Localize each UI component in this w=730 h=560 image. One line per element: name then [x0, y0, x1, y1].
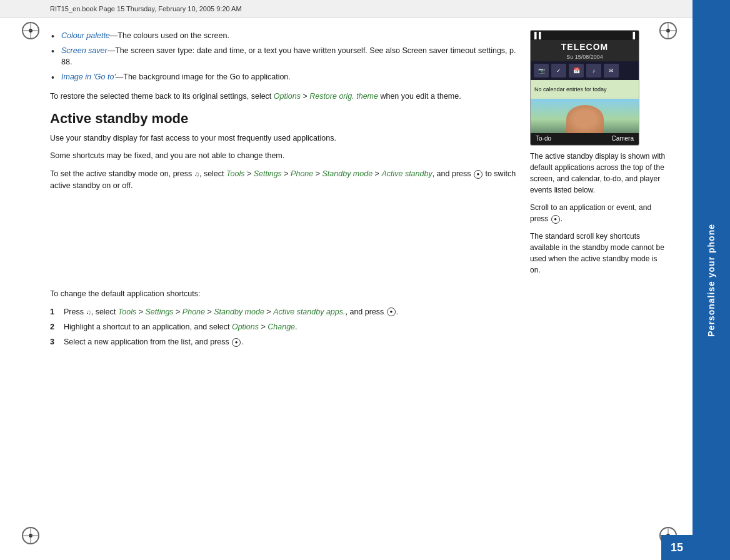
sep3: > [313, 169, 322, 178]
link-options-restore[interactable]: Options [274, 92, 301, 101]
right-sidebar: Personalise your phone [692, 0, 730, 560]
phone-bottom-left: To-do [536, 135, 551, 142]
change-shortcuts-section: To change the default application shortc… [50, 288, 668, 351]
phone-screenshot: ▌▌ ▐ TELECOM Su 15/08/2004 📷 ✓ 📅 ♪ ✉ [530, 30, 639, 146]
link-screen-saver[interactable]: Screen saver [61, 46, 108, 55]
scroll-period: . [561, 214, 562, 223]
list-item: Screen saver—The screen saver type: date… [50, 45, 518, 68]
phone-status-bar: ▌▌ ▐ [531, 31, 639, 40]
link-restore-orig[interactable]: Restore orig. theme [309, 92, 378, 101]
section-heading: Active standby mode [50, 111, 518, 127]
bullet-text-2: —The screen saver type: date and time, o… [61, 46, 516, 66]
set-active-text1: To set the active standby mode on, press [50, 169, 194, 178]
phone-calendar-message: No calendar entries for today [531, 80, 639, 99]
link-colour-palette[interactable]: Colour palette [61, 31, 110, 40]
menu-key-step1: ♫ [86, 308, 91, 318]
phone-app-icon-5: ✉ [604, 64, 619, 78]
sidebar-label: Personalise your phone [706, 224, 716, 337]
bullet-text-3: —The background image for the Go to appl… [116, 72, 291, 81]
main-content: Colour palette—The colours used on the s… [0, 18, 692, 560]
list-item-step2: 2 Highlight a shortcut to an application… [50, 321, 668, 332]
right-col-text3: The standard scroll key shortcuts availa… [530, 231, 668, 276]
step-number-1: 1 [50, 306, 59, 318]
step1-link-apps[interactable]: Active standby apps. [273, 308, 345, 316]
circle-btn-step1: ● [387, 308, 396, 316]
phone-app-icon-4: ♪ [586, 64, 601, 78]
circle-button-scroll-icon: ● [551, 215, 560, 224]
phone-battery-icon: ▐ [631, 32, 635, 39]
step2-link-options[interactable]: Options [232, 322, 259, 331]
steps-list: 1 Press ♫, select Tools > Settings > Pho… [50, 306, 668, 348]
link-settings[interactable]: Settings [254, 169, 282, 178]
section-para1: Use your standby display for fast access… [50, 132, 518, 144]
step1-link-settings[interactable]: Settings [145, 308, 173, 316]
top-section: Colour palette—The colours used on the s… [50, 30, 668, 282]
change-heading: To change the default application shortc… [50, 288, 668, 300]
sep2: > [282, 169, 291, 178]
step1-text: Press ♫, select Tools > Settings > Phone… [64, 306, 398, 318]
phone-icons-row: 📷 ✓ 📅 ♪ ✉ [531, 61, 639, 80]
link-image-go-to[interactable]: Image in 'Go to' [61, 72, 116, 81]
step1-link-tools[interactable]: Tools [118, 308, 136, 316]
list-item-step3: 3 Select a new application from the list… [50, 336, 668, 348]
set-active-paragraph: To set the active standby mode on, press… [50, 168, 518, 192]
list-item-step1: 1 Press ♫, select Tools > Settings > Pho… [50, 306, 668, 318]
phone-date: Su 15/08/2004 [531, 54, 639, 61]
menu-key-icon: ♫ [194, 169, 199, 179]
right-col-text1: The active standby display is shown with… [530, 151, 668, 196]
phone-app-icon-2: ✓ [551, 64, 566, 78]
bullet-list: Colour palette—The colours used on the s… [50, 30, 518, 83]
link-standby-mode[interactable]: Standby mode [322, 169, 373, 178]
step-number-3: 3 [50, 336, 59, 348]
scroll-text: Scroll to an application or event, and p… [530, 203, 651, 223]
step3-text: Select a new application from the list, … [64, 336, 244, 348]
link-phone[interactable]: Phone [291, 169, 313, 178]
set-active-end: , and press [432, 169, 473, 178]
phone-bottom-right: Camera [611, 135, 634, 142]
step1-link-phone[interactable]: Phone [182, 308, 205, 316]
step2-link-change[interactable]: Change [268, 322, 295, 331]
step2-text: Highlight a shortcut to an application, … [64, 321, 298, 332]
phone-signal-icon: ▌▌ [534, 32, 543, 39]
sep4: > [372, 169, 381, 178]
step1-link-standby[interactable]: Standby mode [214, 308, 264, 316]
calendar-text: No calendar entries for today [534, 86, 607, 92]
circle-btn-step3: ● [232, 338, 241, 347]
left-column: Colour palette—The colours used on the s… [50, 30, 518, 282]
circle-button-icon: ● [474, 170, 482, 179]
section-para2: Some shortcuts may be fixed, and you are… [50, 150, 518, 162]
step-number-2: 2 [50, 321, 59, 332]
phone-bottom-bar: To-do Camera [531, 133, 639, 144]
list-item: Image in 'Go to'—The background image fo… [50, 71, 518, 82]
phone-photo-area [531, 99, 639, 133]
link-active-standby[interactable]: Active standby [381, 169, 432, 178]
operator-text: TELECOM [561, 42, 608, 52]
phone-app-icon-3: 📅 [569, 64, 584, 78]
right-column: ▌▌ ▐ TELECOM Su 15/08/2004 📷 ✓ 📅 ♪ ✉ [530, 30, 668, 282]
bullet-text-1: —The colours used on the screen. [110, 31, 229, 40]
set-active-text2: , select [199, 169, 226, 178]
restore-end: when you edit a theme. [378, 92, 461, 101]
file-info: RIT15_en.book Page 15 Thursday, February… [50, 5, 242, 12]
restore-paragraph: To restore the selected theme back to it… [50, 91, 518, 102]
list-item: Colour palette—The colours used on the s… [50, 30, 518, 41]
link-tools[interactable]: Tools [226, 169, 244, 178]
sep1: > [244, 169, 253, 178]
phone-hand-image [566, 105, 604, 133]
phone-app-icon-1: 📷 [534, 64, 549, 78]
restore-sep1: > [301, 92, 309, 101]
right-col-text2: Scroll to an application or event, and p… [530, 202, 668, 224]
phone-operator-name: TELECOM [531, 40, 639, 54]
header-bar: RIT15_en.book Page 15 Thursday, February… [0, 0, 692, 18]
restore-text-1: To restore the selected theme back to it… [50, 92, 274, 101]
